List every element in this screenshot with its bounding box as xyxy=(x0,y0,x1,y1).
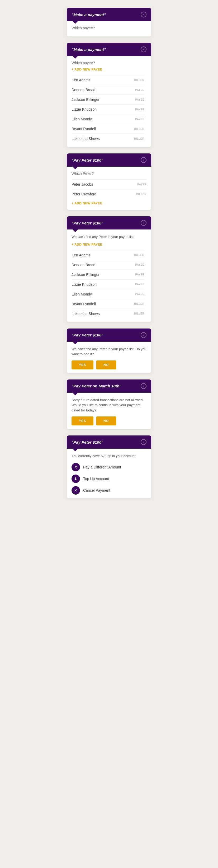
header-title-1: "Make a payment" xyxy=(71,12,106,17)
card-not-found-confirm: "Pay Peter $100" ✓ We can't find any Pet… xyxy=(67,329,151,373)
list-item[interactable]: Ken Adams BILLER xyxy=(71,75,144,85)
check-icon-6: ✓ xyxy=(141,383,147,389)
payee-list-container-4: Ken Adams BILLER Deneen Broad PAYEE Jack… xyxy=(71,250,147,318)
card-header-7: "Pay Peter $100" ✓ xyxy=(67,435,151,448)
different-amount-label: Pay a Different Amount xyxy=(83,465,121,469)
check-icon-4: ✓ xyxy=(141,220,147,226)
top-up-label: Top Up Account xyxy=(83,477,109,481)
different-amount-icon: ₹ xyxy=(71,463,80,471)
card-body-5: We can't find any Peter in your payee li… xyxy=(67,342,151,373)
action-list-7: ₹ Pay a Different Amount ⬇ Top Up Accoun… xyxy=(71,463,147,495)
card-body-1: Which payee? xyxy=(67,21,151,36)
list-item[interactable]: Ken Adams BILLER xyxy=(71,250,144,260)
yes-button-5[interactable]: YES xyxy=(71,361,93,369)
card-body-6: Sorry future dated transactions are not … xyxy=(67,393,151,429)
card-header-6: "Pay Peter on March 18th" ✓ xyxy=(67,379,151,393)
list-item[interactable]: Lizzie Knudson PAYEE xyxy=(71,279,144,289)
which-payee-prompt-1: Which payee? xyxy=(71,26,147,30)
list-item[interactable]: Lakeesha Shows BILLER xyxy=(71,134,144,144)
peter-list: Peter Jacobs PAYEE Peter Crawford BILLER xyxy=(71,179,147,199)
add-new-payee-btn-2[interactable]: + ADD NEW PAYEE xyxy=(71,68,147,71)
card-make-payment-list: "Make a payment" ✓ Which payee? + ADD NE… xyxy=(67,43,151,147)
list-item[interactable]: Deneen Broad PAYEE xyxy=(71,85,144,95)
not-found-message-5: We can't find any Peter in your payee li… xyxy=(71,346,147,357)
card-header-5: "Pay Peter $100" ✓ xyxy=(67,329,151,342)
card-header-2: "Make a payment" ✓ xyxy=(67,43,151,56)
header-title-6: "Pay Peter on March 18th" xyxy=(71,384,121,388)
sorry-message-6: Sorry future dated transactions are not … xyxy=(71,397,147,413)
check-icon-3: ✓ xyxy=(141,157,147,163)
list-item[interactable]: Bryant Rundell BILLER xyxy=(71,299,144,309)
card-header-1: "Make a payment" ✓ xyxy=(67,8,151,21)
header-title-7: "Pay Peter $100" xyxy=(71,440,103,444)
list-item[interactable]: Ellen Mondy PAYEE xyxy=(71,114,144,124)
card-body-4: We can't find any Peter in your payee li… xyxy=(67,229,151,322)
header-title-5: "Pay Peter $100" xyxy=(71,333,103,337)
top-up-icon: ⬇ xyxy=(71,474,80,483)
yes-button-6[interactable]: YES xyxy=(71,416,93,426)
card-which-peter: "Pay Peter $100" ✓ Which Peter? Peter Ja… xyxy=(67,153,151,210)
card-body-2: Which payee? + ADD NEW PAYEE Ken Adams B… xyxy=(67,56,151,147)
cancel-icon: ✕ xyxy=(71,486,80,495)
which-peter-prompt: Which Peter? xyxy=(71,172,147,176)
payee-list-2: Ken Adams BILLER Deneen Broad PAYEE Jack… xyxy=(71,75,144,144)
check-icon-1: ✓ xyxy=(141,11,147,18)
list-item[interactable]: Deneen Broad PAYEE xyxy=(71,260,144,270)
card-body-3: Which Peter? Peter Jacobs PAYEE Peter Cr… xyxy=(67,167,151,210)
not-found-message-4: We can't find any Peter in your payee li… xyxy=(71,234,147,240)
add-new-payee-btn-3[interactable]: + ADD NEW PAYEE xyxy=(71,202,147,205)
card-body-7: You currently have $23.56 in your accoun… xyxy=(67,448,151,498)
list-item[interactable]: Jackson Eslinger PAYEE xyxy=(71,270,144,279)
list-item[interactable]: Jackson Eslinger PAYEE xyxy=(71,95,144,104)
action-item-top-up[interactable]: ⬇ Top Up Account xyxy=(71,474,147,483)
card-not-found-list: "Pay Peter $100" ✓ We can't find any Pet… xyxy=(67,216,151,322)
card-balance-options: "Pay Peter $100" ✓ You currently have $2… xyxy=(67,435,151,498)
yes-no-row-6: YES NO xyxy=(71,416,147,426)
no-button-6[interactable]: NO xyxy=(96,416,116,426)
no-button-5[interactable]: NO xyxy=(96,361,116,369)
card-make-payment-simple: "Make a payment" ✓ Which payee? xyxy=(67,8,151,36)
list-item[interactable]: Lakeesha Shows BILLER xyxy=(71,309,144,318)
list-item[interactable]: Ellen Mondy PAYEE xyxy=(71,289,144,299)
card-header-4: "Pay Peter $100" ✓ xyxy=(67,216,151,229)
add-new-payee-btn-4[interactable]: + ADD NEW PAYEE xyxy=(71,243,147,246)
check-icon-5: ✓ xyxy=(141,332,147,338)
header-title-4: "Pay Peter $100" xyxy=(71,221,103,225)
check-icon-2: ✓ xyxy=(141,46,147,52)
header-title-3: "Pay Peter $100" xyxy=(71,158,103,162)
card-future-date: "Pay Peter on March 18th" ✓ Sorry future… xyxy=(67,379,151,429)
header-title-2: "Make a payment" xyxy=(71,47,106,52)
payee-list-container-2: Ken Adams BILLER Deneen Broad PAYEE Jack… xyxy=(71,75,147,144)
list-item[interactable]: Bryant Rundell BILLER xyxy=(71,124,144,134)
action-item-different-amount[interactable]: ₹ Pay a Different Amount xyxy=(71,463,147,471)
cancel-label: Cancel Payment xyxy=(83,488,110,493)
list-item[interactable]: Peter Jacobs PAYEE xyxy=(71,179,147,189)
payee-list-4: Ken Adams BILLER Deneen Broad PAYEE Jack… xyxy=(71,250,144,318)
card-header-3: "Pay Peter $100" ✓ xyxy=(67,153,151,167)
list-item[interactable]: Peter Crawford BILLER xyxy=(71,189,147,199)
list-item[interactable]: Lizzie Knudson PAYEE xyxy=(71,104,144,114)
balance-message: You currently have $23.56 in your accoun… xyxy=(71,454,147,459)
which-payee-prompt-2: Which payee? xyxy=(71,61,147,65)
yes-no-row-5: YES NO xyxy=(71,361,147,369)
check-icon-7: ✓ xyxy=(141,439,147,445)
action-item-cancel[interactable]: ✕ Cancel Payment xyxy=(71,486,147,495)
